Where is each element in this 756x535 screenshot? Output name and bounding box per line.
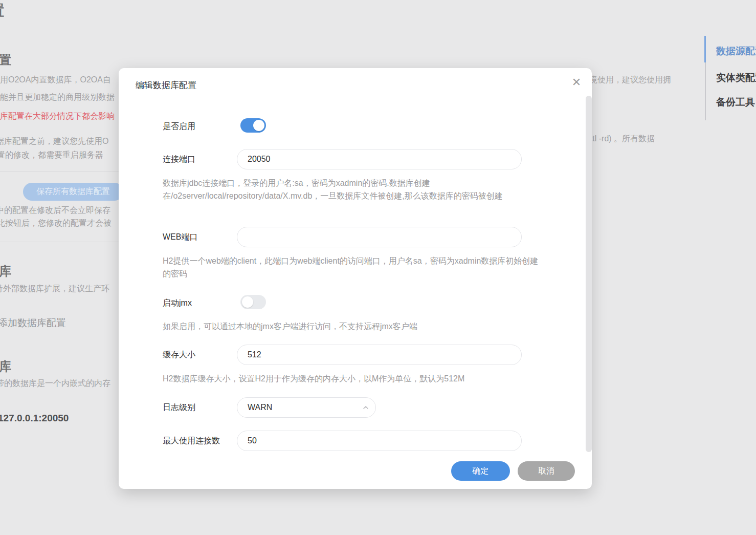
save-all-db-config-button[interactable]: 保存所有数据库配置 xyxy=(23,183,123,201)
max-connections-input[interactable] xyxy=(237,431,522,451)
toggle-knob xyxy=(242,296,253,308)
confirm-button[interactable]: 确定 xyxy=(451,461,510,481)
log-level-select[interactable]: WARN xyxy=(237,397,376,418)
modal-scrollbar-thumb[interactable] xyxy=(586,96,592,452)
page-title-fragment: 置 xyxy=(0,1,4,20)
enable-toggle[interactable] xyxy=(240,118,266,133)
close-icon[interactable]: ✕ xyxy=(568,74,585,91)
connection-port-label: 连接端口 xyxy=(163,154,195,165)
builtin-db-line: 带的数据库是一个内嵌式的内存 xyxy=(0,378,110,389)
intro-line-1: 用O2OA内置数据库，O2OA自 xyxy=(0,75,111,85)
connection-port-help: 数据库jdbc连接端口，登录的用户名:sa，密码为xadmin的密码.数据库创建… xyxy=(163,177,539,202)
external-db-line: 持外部数据库扩展，建议生产环 xyxy=(0,284,109,294)
section-heading-fragment: 置 xyxy=(0,52,11,68)
right-text-fragment-1: 境使用，建议您使用拥 xyxy=(589,75,671,85)
toggle-knob xyxy=(253,120,264,131)
sidebar-item-backup-tool[interactable]: 备份工具 xyxy=(716,96,755,109)
sidebar-item-datasource-config[interactable]: 数据源配置 xyxy=(716,45,756,58)
dialog-title: 编辑数据库配置 xyxy=(136,79,196,91)
cancel-button[interactable]: 取消 xyxy=(518,461,575,481)
db-address: 127.0.0.1:20050 xyxy=(0,413,69,424)
section-divider-2 xyxy=(0,242,119,242)
connection-port-input[interactable] xyxy=(237,149,522,169)
cache-size-input[interactable] xyxy=(237,345,522,365)
save-note-line-2: 此按钮后，您修改的配置才会被 xyxy=(0,218,112,229)
jmx-help: 如果启用，可以通过本地的jmx客户端进行访问，不支持远程jmx客户端 xyxy=(163,320,539,333)
log-level-label: 日志级别 xyxy=(163,402,195,413)
advice-line-2: 置的修改，都需要重启服务器 xyxy=(0,150,103,161)
external-db-heading-fragment: 库 xyxy=(0,263,11,280)
chevron-up-icon xyxy=(362,403,370,412)
edit-db-config-dialog: 编辑数据库配置 ✕ 是否启用 连接端口 数据库jdbc连接端口，登录的用户名:s… xyxy=(119,68,592,489)
warning-line: 库配置在大部分情况下都会影响 xyxy=(0,111,115,122)
jmx-label: 启动jmx xyxy=(163,298,192,309)
sidebar-item-entity-config[interactable]: 实体类配置 xyxy=(716,71,756,84)
section-divider xyxy=(0,171,119,172)
add-db-config-link[interactable]: 添加数据库配置 xyxy=(0,316,66,330)
web-port-help: H2提供一个web端的client，此端口为web端client的访问端口，用户… xyxy=(163,254,539,280)
sidebar-active-indicator xyxy=(704,36,706,62)
save-note-line-1: 中的配置在修改后不会立即保存 xyxy=(0,205,110,216)
web-port-label: WEB端口 xyxy=(163,232,197,243)
enable-label: 是否启用 xyxy=(163,121,195,132)
cache-size-label: 缓存大小 xyxy=(163,350,195,360)
jmx-toggle[interactable] xyxy=(240,295,266,309)
cache-size-help: H2数据库缓存大小，设置H2用于作为缓存的内存大小，以M作为单位，默认为512M xyxy=(163,372,539,385)
max-connections-label: 最大使用连接数 xyxy=(163,436,220,446)
web-port-input[interactable] xyxy=(237,227,522,247)
builtin-db-heading-fragment: 库 xyxy=(0,358,11,375)
log-level-value: WARN xyxy=(248,403,272,412)
advice-line-1: 据库配置之前，建议您先使用O xyxy=(0,136,108,147)
right-text-fragment-2: (ctl -rd) 。所有数据 xyxy=(586,134,655,144)
intro-line-2: 能并且更加稳定的商用级别数据 xyxy=(0,92,115,103)
